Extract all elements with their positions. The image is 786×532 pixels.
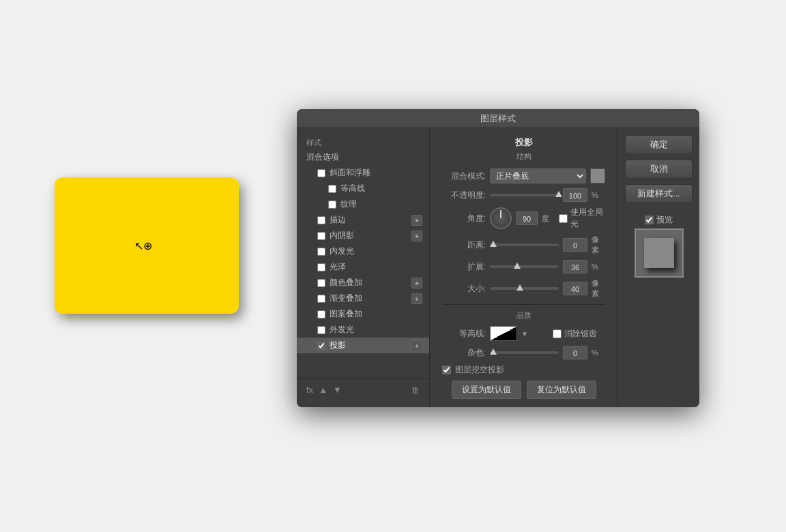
spread-value[interactable]: 36 [563,260,587,274]
reset-default-button[interactable]: 复位为默认值 [527,381,596,399]
stroke-plus-btn[interactable]: + [411,215,422,226]
sidebar-item-satin[interactable]: 光泽 [297,259,429,275]
satin-checkbox[interactable] [317,263,325,271]
new-style-button[interactable]: 新建样式... [625,184,693,203]
opacity-unit: % [592,191,605,199]
preview-label: 预览 [656,214,673,226]
sidebar-item-outer-glow[interactable]: 外发光 [297,322,429,338]
noise-slider[interactable] [490,351,559,354]
blend-options-label: 混合选项 [306,151,339,163]
opacity-slider[interactable] [490,194,559,196]
dialog-titlebar: 图层样式 [297,109,699,128]
middle-panel: 投影 结构 混合模式: 正片叠底 不透明度: 100 % [430,128,617,407]
contour-arrow[interactable]: ▼ [521,330,528,338]
contour-label: 等高线: [442,328,486,340]
sidebar-item-bevel[interactable]: 斜面和浮雕 [297,165,429,181]
spread-slider[interactable] [490,265,559,268]
sidebar-item-color-overlay[interactable]: 颜色叠加 + [297,275,429,291]
cancel-button[interactable]: 取消 [625,160,693,179]
style-section-label: 样式 [297,135,429,149]
up-icon[interactable]: ▲ [319,385,328,395]
pattern-overlay-checkbox[interactable] [317,310,325,319]
yellow-rectangle: ↖⊕ [55,177,239,314]
opacity-row: 不透明度: 100 % [442,188,605,202]
drop-shadow-checkbox[interactable] [317,342,325,350]
angle-value[interactable]: 90 [516,211,538,225]
bevel-label: 斜面和浮雕 [330,167,370,179]
outer-glow-checkbox[interactable] [317,326,325,334]
angle-row: 角度: 90 度 使用全局光 [442,207,605,230]
preview-inner [644,238,674,268]
noise-value[interactable]: 0 [563,346,587,359]
size-label: 大小: [442,283,486,295]
contour-checkbox[interactable] [328,185,336,193]
divider [442,304,605,305]
ok-button[interactable]: 确定 [625,135,693,154]
drop-shadow-plus-btn[interactable]: + [411,340,422,351]
layer-style-dialog: 图层样式 样式 混合选项 斜面和浮雕 等高线 纹理 描 [297,109,699,407]
color-overlay-checkbox[interactable] [317,279,325,287]
preview-checkbox-row: 预览 [645,214,673,226]
size-unit: 像素 [592,278,605,299]
anti-alias-checkbox[interactable] [553,329,562,338]
inner-shadow-checkbox[interactable] [317,232,325,240]
blend-mode-select[interactable]: 正片叠底 [490,168,586,183]
inner-shadow-plus-btn[interactable]: + [411,231,422,241]
sub-title: 结构 [442,151,605,162]
blend-options-item[interactable]: 混合选项 [297,149,429,165]
blend-mode-label: 混合模式: [442,171,486,182]
preview-box [635,228,684,278]
sidebar-item-inner-glow[interactable]: 内发光 [297,243,429,259]
layer-knockout-row: 图层挖空投影 [442,364,605,376]
down-icon[interactable]: ▼ [333,385,342,395]
angle-dial[interactable] [490,207,512,229]
global-light-checkbox[interactable] [559,214,568,223]
spread-row: 扩展: 36 % [442,260,605,274]
distance-value[interactable]: 0 [563,238,587,252]
anti-alias-row: 消除锯齿 [553,328,597,340]
quality-title: 品质 [442,310,605,321]
gradient-overlay-label: 渐变叠加 [330,293,362,304]
angle-unit: 度 [542,213,549,224]
sidebar-item-texture[interactable]: 纹理 [297,196,429,212]
color-overlay-plus-btn[interactable]: + [411,278,422,289]
opacity-value[interactable]: 100 [563,188,587,202]
inner-glow-label: 内发光 [330,246,354,257]
blend-mode-row: 混合模式: 正片叠底 [442,168,605,183]
blend-color-box[interactable] [590,168,605,183]
noise-unit: % [592,349,605,357]
sidebar-item-drop-shadow[interactable]: 投影 + [297,338,429,353]
dialog-title: 图层样式 [480,113,516,125]
bevel-checkbox[interactable] [317,169,325,177]
drop-shadow-label: 投影 [330,340,346,351]
size-row: 大小: 40 像素 [442,278,605,299]
gradient-overlay-plus-btn[interactable]: + [411,293,422,304]
sidebar-item-pattern-overlay[interactable]: 图案叠加 [297,306,429,322]
set-default-button[interactable]: 设置为默认值 [452,381,521,399]
size-value[interactable]: 40 [563,282,587,295]
preview-checkbox[interactable] [645,216,654,224]
dialog-body: 样式 混合选项 斜面和浮雕 等高线 纹理 描边 + [297,128,699,407]
satin-label: 光泽 [330,261,346,273]
sidebar-item-inner-shadow[interactable]: 内阴影 + [297,228,429,243]
sidebar-item-stroke[interactable]: 描边 + [297,212,429,228]
size-slider[interactable] [490,287,559,290]
fx-label: fx [306,385,313,395]
left-panel-footer: fx ▲ ▼ 🗑 [297,379,429,400]
contour-preview[interactable] [490,326,517,341]
inner-shadow-label: 内阴影 [330,230,354,241]
move-cursor-icon: ↖⊕ [134,239,152,252]
noise-row: 杂色: 0 % [442,346,605,359]
stroke-checkbox[interactable] [317,216,325,224]
gradient-overlay-checkbox[interactable] [317,295,325,303]
trash-icon[interactable]: 🗑 [411,385,420,395]
section-title: 投影 [442,136,605,149]
dial-line [500,210,501,218]
layer-knockout-checkbox[interactable] [442,366,451,374]
distance-slider[interactable] [490,243,559,246]
global-light-label: 使用全局光 [570,207,605,230]
sidebar-item-gradient-overlay[interactable]: 渐变叠加 + [297,291,429,306]
sidebar-item-contour[interactable]: 等高线 [297,181,429,196]
inner-glow-checkbox[interactable] [317,248,325,256]
texture-checkbox[interactable] [328,201,336,209]
